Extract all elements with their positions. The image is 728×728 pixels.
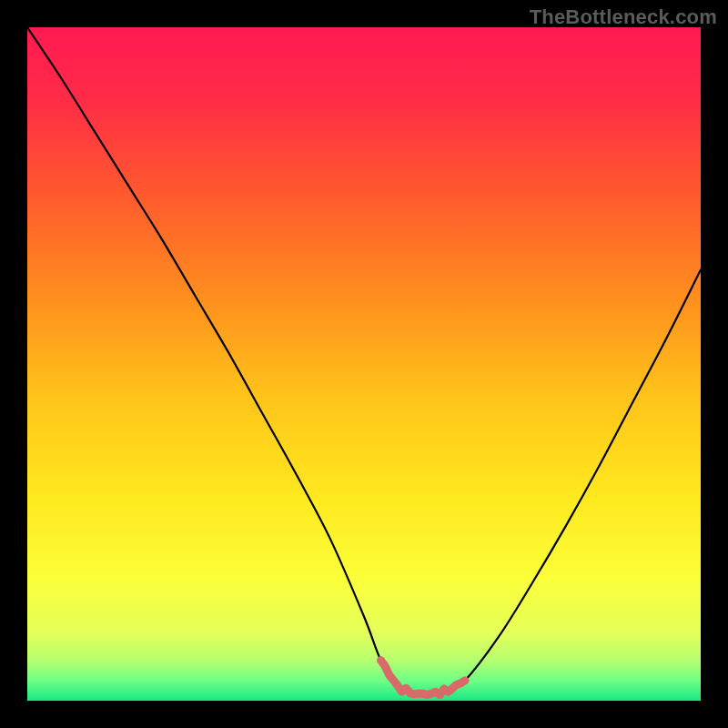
chart-frame: TheBottleneck.com xyxy=(0,0,728,728)
bottleneck-curve xyxy=(27,27,701,694)
plot-area xyxy=(27,27,701,701)
curve-layer xyxy=(27,27,701,701)
bottom-highlight xyxy=(381,661,466,695)
watermark-text: TheBottleneck.com xyxy=(530,5,717,29)
